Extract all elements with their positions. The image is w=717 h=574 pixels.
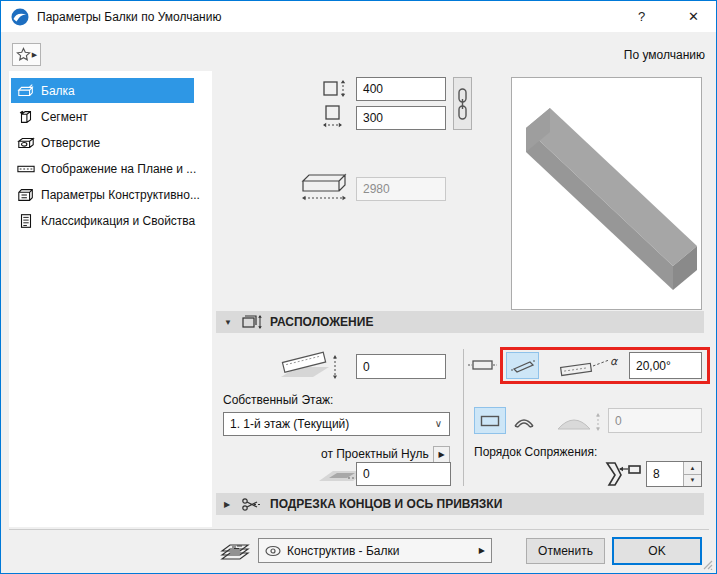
sloped-beam-icon [510,357,536,375]
floorplan-display-icon [17,161,35,177]
collapse-triangle-icon: ▼ [224,318,234,327]
structural-parameters-icon [17,187,35,203]
layer-name: Конструктив - Балки [287,544,399,558]
default-state-label: По умолчанию [624,48,705,62]
spin-up-button[interactable]: ▲ [684,462,701,475]
beam-length-input: 2980 [356,177,446,201]
junction-order-label: Порядок Сопряжения: [474,445,597,459]
footer-separator [9,529,709,530]
sidebar-item-floorplan-display[interactable]: Отображение на Плане и ... [11,156,194,181]
beam-width-icon [322,105,350,131]
sidebar-item-label: Сегмент [41,110,88,124]
star-icon [16,47,31,62]
location-section-icon [241,313,263,331]
junction-order-icon [603,459,643,489]
junction-order-stepper[interactable]: 8 ▲ ▼ [646,461,702,487]
beam-elevation-icon [273,345,349,387]
favorites-toolbar: ▶ По умолчанию [2,32,715,71]
svg-text:α: α [610,355,619,368]
sidebar-item-structural-parameters[interactable]: Параметры Конструктивно... [11,182,194,207]
collapse-triangle-icon: ▶ [224,500,234,509]
sidebar-item-label: Отверстие [41,136,100,150]
arc-height-icon [554,409,608,435]
beam-default-settings-dialog: Параметры Балки по Умолчанию ? ✕ ▶ По ум… [0,0,717,574]
straight-beam-toggle[interactable] [474,407,506,434]
sidebar-item-label: Отображение на Плане и ... [41,162,196,176]
ok-button[interactable]: OK [612,537,702,565]
archicad-logo-icon [11,8,29,26]
beam-height-input[interactable]: 400 [356,77,446,101]
section-title: ПОДРЕЗКА КОНЦОВ И ОСЬ ПРИВЯЗКИ [270,497,502,511]
layers-icon [220,539,252,565]
classification-icon [17,213,35,229]
sloped-beam-toggle[interactable] [506,352,539,379]
resize-grip[interactable] [703,560,713,570]
flyout-arrow-icon: ▶ [479,546,485,555]
curved-beam-toggle[interactable] [509,407,539,434]
straight-beam-icon [480,415,500,427]
scissors-icon [241,495,263,513]
slope-angle-alpha-icon: α [557,353,623,379]
junction-order-value: 8 [647,462,683,486]
help-button[interactable]: ? [619,1,664,32]
title-bar[interactable]: Параметры Балки по Умолчанию ? ✕ [1,1,716,32]
sidebar-item-segment[interactable]: Сегмент [11,104,194,129]
column-divider [463,349,464,486]
close-button[interactable]: ✕ [671,1,716,32]
opening-icon [17,135,35,151]
beam-width-input[interactable]: 300 [356,106,446,130]
section-title: РАСПОЛОЖЕНИЕ [270,315,373,329]
sidebar-item-label: Балка [41,84,75,98]
arc-height-input: 0 [608,408,702,433]
section-header-location[interactable]: ▼ РАСПОЛОЖЕНИЕ [216,311,704,333]
elevation-input[interactable]: 0 [356,354,446,379]
sidebar-item-label: Классификация и Свойства [41,214,195,228]
chevron-down-icon: ∨ [435,418,442,429]
cancel-button[interactable]: Отменить [526,538,605,564]
sidebar-item-beam[interactable]: Балка [11,78,194,103]
segment-icon [17,109,35,125]
layer-combo-button[interactable]: Конструктив - Балки ▶ [258,538,492,563]
beam-icon [17,83,35,99]
sidebar-item-label: Параметры Конструктивно... [41,188,200,202]
curved-beam-icon [512,413,536,429]
favorites-button[interactable]: ▶ [12,43,41,66]
window-title: Параметры Балки по Умолчанию [37,10,221,24]
horizontal-beam-icon [467,357,499,373]
link-dimensions-button[interactable] [453,77,472,130]
sidebar-item-opening[interactable]: Отверстие [11,130,194,155]
beam-length-icon [299,169,351,203]
sidebar-item-classification[interactable]: Классификация и Свойства [11,208,194,233]
reference-offset-input[interactable]: 0 [356,462,451,486]
spin-down-button[interactable]: ▼ [684,475,701,487]
slope-angle-input[interactable]: 20,00° [629,352,702,379]
chain-link-icon [456,87,469,121]
home-story-select[interactable]: 1. 1-й этаж (Текущий) ∨ [223,412,450,436]
beam-height-icon [322,79,350,99]
settings-sidebar: Балка Сегмент Отверстие Отображение на П… [9,71,212,527]
eye-icon [265,545,281,557]
beam-preview-panel[interactable] [511,77,702,310]
section-header-end-cuts[interactable]: ▶ ПОДРЕЗКА КОНЦОВ И ОСЬ ПРИВЯЗКИ [216,493,704,515]
flyout-arrow-icon: ▶ [32,51,37,59]
home-story-label: Собственный Этаж: [223,393,333,407]
beam-preview-image [512,78,701,309]
reference-level-flyout-button[interactable]: ▶ [433,446,450,463]
